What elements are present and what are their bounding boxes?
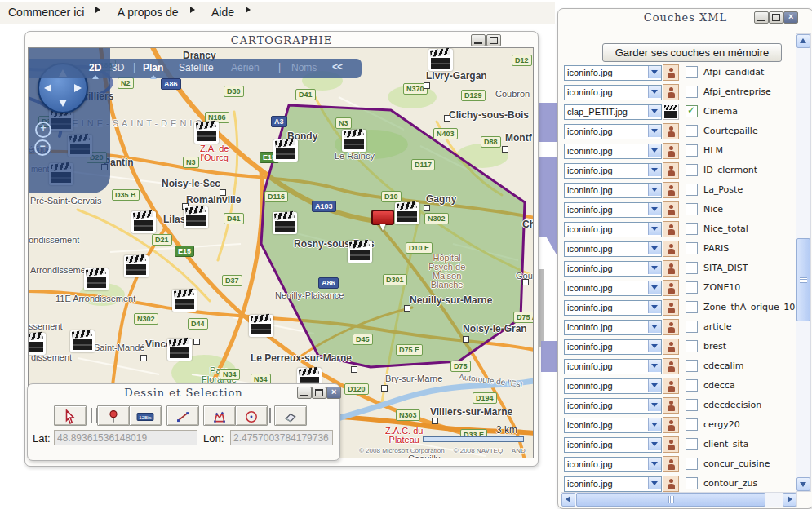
layer-visibility-checkbox[interactable] bbox=[686, 262, 698, 274]
layer-icon-select[interactable]: iconinfo.jpg bbox=[564, 418, 662, 433]
menu-item[interactable]: A propos de bbox=[118, 6, 200, 19]
chevron-down-icon[interactable] bbox=[648, 242, 661, 254]
layer-icon-select[interactable]: iconinfo.jpg bbox=[564, 437, 662, 453]
layer-visibility-checkbox[interactable] bbox=[686, 477, 698, 489]
scroll-up-button[interactable] bbox=[796, 34, 810, 48]
vertical-scrollbar[interactable] bbox=[796, 33, 811, 492]
chevron-down-icon[interactable] bbox=[648, 262, 661, 274]
layer-icon-select[interactable]: iconinfo.jpg bbox=[564, 124, 662, 139]
horizontal-scroll-thumb[interactable] bbox=[576, 493, 765, 507]
vertical-scroll-thumb[interactable] bbox=[796, 238, 810, 321]
select-arrow-tool[interactable] bbox=[54, 405, 87, 426]
scroll-right-button[interactable] bbox=[783, 493, 796, 507]
layer-visibility-checkbox[interactable] bbox=[686, 164, 698, 176]
menu-item[interactable]: Commencer ici bbox=[8, 6, 105, 19]
layer-icon-select[interactable]: iconinfo.jpg bbox=[564, 320, 662, 335]
layer-visibility-checkbox[interactable] bbox=[686, 281, 698, 294]
pushpin-marker[interactable] bbox=[371, 210, 394, 225]
cinema-clapperboard-icon[interactable] bbox=[172, 290, 197, 312]
menu-item[interactable]: Aide bbox=[211, 6, 255, 19]
chevron-down-icon[interactable] bbox=[648, 105, 661, 117]
map-view-mode[interactable]: Noms bbox=[291, 62, 317, 73]
cinema-clapperboard-icon[interactable] bbox=[273, 212, 297, 234]
scroll-down-button[interactable] bbox=[796, 477, 810, 491]
chevron-down-icon[interactable] bbox=[648, 340, 661, 352]
pan-left-icon[interactable] bbox=[44, 84, 51, 92]
layer-visibility-checkbox[interactable] bbox=[686, 242, 698, 254]
pan-down-icon[interactable] bbox=[59, 100, 67, 107]
chevron-down-icon[interactable] bbox=[648, 477, 661, 489]
maximize-button[interactable] bbox=[312, 387, 326, 399]
layer-icon-select[interactable]: iconinfo.jpg bbox=[564, 457, 662, 472]
eraser-tool[interactable] bbox=[274, 405, 307, 426]
layer-icon-select[interactable]: iconinfo.jpg bbox=[564, 378, 662, 394]
layer-icon-select[interactable]: iconinfo.jpg bbox=[564, 202, 662, 218]
layer-visibility-checkbox[interactable] bbox=[686, 125, 698, 137]
layer-icon-select[interactable]: iconinfo.jpg bbox=[564, 398, 662, 414]
layer-visibility-checkbox[interactable] bbox=[686, 105, 698, 117]
map-view-mode[interactable]: 3D bbox=[112, 62, 124, 73]
layer-visibility-checkbox[interactable] bbox=[686, 438, 698, 450]
map-view-mode[interactable]: | bbox=[133, 61, 135, 73]
chevron-down-icon[interactable] bbox=[648, 144, 661, 157]
chevron-down-icon[interactable] bbox=[648, 125, 661, 137]
layer-visibility-checkbox[interactable] bbox=[686, 301, 698, 313]
layer-visibility-checkbox[interactable] bbox=[686, 321, 698, 333]
chevron-down-icon[interactable] bbox=[648, 203, 661, 215]
scroll-left-button[interactable] bbox=[561, 493, 575, 507]
map-view-mode[interactable]: | bbox=[278, 61, 281, 73]
layer-visibility-checkbox[interactable] bbox=[686, 203, 698, 215]
layer-visibility-checkbox[interactable] bbox=[686, 66, 698, 78]
map-view-mode[interactable]: Plan bbox=[143, 62, 163, 73]
cinema-clapperboard-icon[interactable] bbox=[184, 206, 208, 228]
layer-visibility-checkbox[interactable] bbox=[686, 144, 698, 157]
zoom-out-icon[interactable]: − bbox=[34, 139, 51, 156]
layer-icon-select[interactable]: iconinfo.jpg bbox=[564, 241, 662, 257]
draw-polygon-tool[interactable] bbox=[203, 405, 236, 426]
layer-icon-select[interactable]: iconinfo.jpg bbox=[564, 339, 662, 355]
chevron-down-icon[interactable] bbox=[648, 321, 661, 333]
cinema-clapperboard-icon[interactable] bbox=[84, 268, 109, 290]
cinema-clapperboard-icon[interactable] bbox=[70, 330, 95, 352]
chevron-down-icon[interactable] bbox=[648, 399, 661, 411]
chevron-down-icon[interactable] bbox=[648, 360, 661, 372]
lon-input[interactable] bbox=[230, 430, 333, 445]
layer-icon-select[interactable]: iconinfo.jpg bbox=[564, 65, 662, 81]
layer-visibility-checkbox[interactable] bbox=[686, 379, 698, 392]
cinema-clapperboard-icon[interactable] bbox=[124, 255, 149, 277]
chevron-down-icon[interactable] bbox=[648, 223, 661, 235]
cinema-clapperboard-icon[interactable] bbox=[28, 333, 46, 355]
layer-visibility-checkbox[interactable] bbox=[686, 223, 698, 235]
chevron-down-icon[interactable] bbox=[648, 184, 661, 196]
chevron-down-icon[interactable] bbox=[648, 438, 661, 450]
layer-icon-select[interactable]: iconinfo.jpg bbox=[564, 300, 662, 316]
scale-12bis-tool[interactable]: 12Bis bbox=[129, 405, 162, 426]
layer-visibility-checkbox[interactable] bbox=[686, 399, 698, 411]
layer-icon-select[interactable]: iconinfo.jpg bbox=[564, 222, 662, 237]
minimize-button[interactable] bbox=[297, 387, 312, 399]
chevron-down-icon[interactable] bbox=[648, 379, 661, 392]
map-view-mode[interactable]: Aérien bbox=[231, 62, 260, 73]
cinema-clapperboard-icon[interactable] bbox=[342, 130, 366, 152]
chevron-down-icon[interactable] bbox=[648, 66, 661, 78]
minimize-button[interactable] bbox=[471, 34, 486, 46]
cinema-clapperboard-icon[interactable] bbox=[428, 49, 453, 71]
chevron-down-icon[interactable] bbox=[648, 164, 661, 176]
map-view-mode[interactable]: << bbox=[332, 61, 342, 73]
cinema-clapperboard-icon[interactable] bbox=[194, 122, 219, 144]
layer-icon-select[interactable]: iconinfo.jpg bbox=[564, 359, 662, 374]
horizontal-scrollbar[interactable] bbox=[561, 492, 797, 507]
layer-icon-select[interactable]: clap_PETIT.jpg bbox=[564, 104, 662, 120]
layer-visibility-checkbox[interactable] bbox=[686, 458, 698, 470]
chevron-down-icon[interactable] bbox=[648, 86, 661, 98]
maximize-button[interactable] bbox=[486, 34, 501, 46]
layer-visibility-checkbox[interactable] bbox=[686, 418, 698, 431]
zoom-in-icon[interactable]: + bbox=[35, 122, 51, 138]
cinema-clapperboard-icon[interactable] bbox=[273, 139, 298, 162]
cinema-clapperboard-icon[interactable] bbox=[249, 315, 273, 337]
layer-icon-select[interactable]: iconinfo.jpg bbox=[564, 183, 662, 198]
pushpin-tool[interactable] bbox=[97, 405, 130, 426]
map-view-mode[interactable]: Satellite bbox=[179, 62, 214, 73]
close-button[interactable]: × bbox=[326, 387, 341, 399]
cinema-clapperboard-icon[interactable] bbox=[348, 241, 372, 263]
